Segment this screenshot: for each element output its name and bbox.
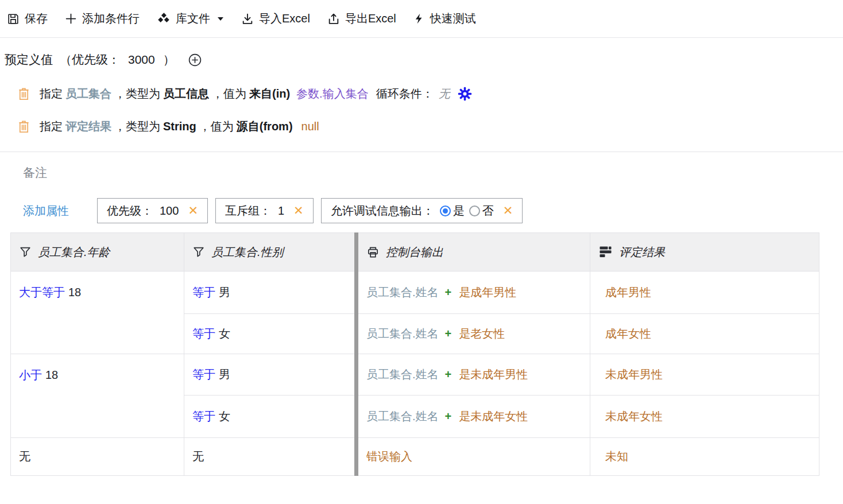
export-excel-label: 导出Excel xyxy=(345,11,396,26)
cell-age-ge-18[interactable]: 大于等于18 xyxy=(11,272,184,354)
condition-value[interactable]: 男 xyxy=(219,368,230,381)
debug-output-label: 允许调试信息输出： xyxy=(331,203,434,219)
loop-condition-label: 循环条件： xyxy=(376,86,434,102)
condition-operator[interactable]: 大于等于 xyxy=(19,286,65,298)
mutex-group-chip[interactable]: 互斥组： 1 ✕ xyxy=(215,198,314,223)
condition-value[interactable]: 18 xyxy=(68,286,81,298)
cell-age-lt-18[interactable]: 小于18 xyxy=(11,354,184,438)
cell-console-output[interactable]: 员工集合.姓名+是成年男性 xyxy=(357,272,590,314)
cell-gender-male[interactable]: 等于男 xyxy=(184,272,357,314)
library-file-button[interactable]: 库文件 xyxy=(157,11,224,26)
console-string[interactable]: 是成年男性 xyxy=(459,286,516,298)
result-value[interactable]: 未知 xyxy=(605,450,628,463)
condition-operator[interactable]: 小于 xyxy=(19,369,42,381)
cell-result[interactable]: 未知 xyxy=(590,438,819,476)
column-header-result[interactable]: 评定结果 xyxy=(590,233,819,272)
rule-type-label: ，类型为 xyxy=(114,86,160,102)
cell-result[interactable]: 成年女性 xyxy=(590,314,819,354)
condition-value[interactable]: 女 xyxy=(219,410,230,422)
column-header-age[interactable]: 员工集合.年龄 xyxy=(11,233,184,272)
priority-value[interactable]: 3000 xyxy=(128,53,155,67)
column-header-gender[interactable]: 员工集合.性别 xyxy=(184,233,357,272)
rule-value-ref[interactable]: 参数.输入集合 xyxy=(296,86,369,102)
result-value[interactable]: 成年女性 xyxy=(605,327,651,340)
table-row: 无 无 错误输入 未知 xyxy=(11,438,819,476)
cell-result[interactable]: 成年男性 xyxy=(590,272,819,314)
predefined-rule-row-1: 指定 员工集合 ，类型为 员工信息 ，值为 来自(in) 参数.输入集合 循环条… xyxy=(0,84,843,103)
cell-result[interactable]: 未成年女性 xyxy=(590,396,819,438)
debug-output-chip[interactable]: 允许调试信息输出： 是 否 ✕ xyxy=(321,198,523,223)
gear-icon[interactable] xyxy=(458,87,472,101)
plus-operator[interactable]: + xyxy=(445,410,452,422)
cell-console-output[interactable]: 错误输入 xyxy=(357,438,590,476)
console-string[interactable]: 是未成年男性 xyxy=(459,368,528,381)
remove-chip-icon[interactable]: ✕ xyxy=(293,204,304,218)
quick-test-button[interactable]: 快速测试 xyxy=(413,11,476,26)
cell-gender-male[interactable]: 等于男 xyxy=(184,354,357,396)
plus-operator[interactable]: + xyxy=(445,368,452,381)
condition-operator[interactable]: 等于 xyxy=(192,327,215,340)
cell-gender-none[interactable]: 无 xyxy=(184,438,357,476)
plus-operator[interactable]: + xyxy=(445,286,452,298)
rule-value-ref[interactable]: null xyxy=(301,120,319,133)
add-condition-row-button[interactable]: 添加条件行 xyxy=(65,11,140,26)
plus-icon xyxy=(65,13,77,25)
console-string[interactable]: 错误输入 xyxy=(366,450,412,463)
save-button[interactable]: 保存 xyxy=(7,11,48,26)
remark-label[interactable]: 备注 xyxy=(23,165,843,181)
console-variable[interactable]: 员工集合.姓名 xyxy=(366,327,439,340)
condition-value[interactable]: 女 xyxy=(219,327,230,340)
column-header-console[interactable]: 控制台输出 xyxy=(357,233,590,272)
condition-operator[interactable]: 等于 xyxy=(192,410,215,422)
cell-gender-female[interactable]: 等于女 xyxy=(184,314,357,354)
header-row: 员工集合.年龄 员工集合.性别 控制台输出 xyxy=(11,233,819,272)
delete-rule-icon[interactable] xyxy=(17,119,30,134)
add-predefined-value-icon[interactable] xyxy=(188,53,202,67)
rule-variable[interactable]: 员工集合 xyxy=(65,86,111,102)
printer-icon xyxy=(366,246,380,259)
cell-console-output[interactable]: 员工集合.姓名+是未成年男性 xyxy=(357,354,590,396)
filter-icon xyxy=(19,246,32,258)
radio-unselected-icon[interactable] xyxy=(469,206,480,216)
cell-result[interactable]: 未成年男性 xyxy=(590,354,819,396)
remove-chip-icon[interactable]: ✕ xyxy=(503,204,513,218)
console-string[interactable]: 是老女性 xyxy=(459,327,505,340)
remove-chip-icon[interactable]: ✕ xyxy=(188,204,198,218)
cell-gender-female[interactable]: 等于女 xyxy=(184,396,357,438)
add-attribute-link[interactable]: 添加属性 xyxy=(23,203,69,219)
import-excel-button[interactable]: 导入Excel xyxy=(241,11,310,26)
debug-option-no[interactable]: 否 xyxy=(482,203,494,219)
plus-operator[interactable]: + xyxy=(445,327,452,340)
result-value[interactable]: 未成年女性 xyxy=(605,410,663,422)
console-string[interactable]: 是未成年女性 xyxy=(459,410,528,422)
lightning-icon xyxy=(413,12,425,25)
condition-value[interactable]: 18 xyxy=(45,369,58,381)
loop-condition-value[interactable]: 无 xyxy=(439,86,450,102)
cell-console-output[interactable]: 员工集合.姓名+是未成年女性 xyxy=(357,396,590,438)
console-variable[interactable]: 员工集合.姓名 xyxy=(366,286,439,298)
rule-value-op[interactable]: 源自(from) xyxy=(237,119,293,134)
cubes-icon xyxy=(157,12,171,25)
priority-chip[interactable]: 优先级： 100 ✕ xyxy=(97,198,208,223)
table-row: 小于18 等于男 员工集合.姓名+是未成年男性 未成年男性 xyxy=(11,354,819,396)
condition-operator[interactable]: 等于 xyxy=(192,368,215,381)
cell-age-none[interactable]: 无 xyxy=(11,438,184,476)
radio-selected-icon[interactable] xyxy=(440,206,451,216)
debug-option-yes[interactable]: 是 xyxy=(453,203,465,219)
mutex-group-value[interactable]: 1 xyxy=(278,204,284,218)
rule-value-label: ，值为 xyxy=(212,86,246,102)
console-variable[interactable]: 员工集合.姓名 xyxy=(366,368,439,381)
condition-value[interactable]: 无 xyxy=(192,450,204,463)
condition-operator[interactable]: 等于 xyxy=(192,286,215,298)
delete-rule-icon[interactable] xyxy=(17,86,30,101)
condition-value[interactable]: 无 xyxy=(19,450,30,463)
console-variable[interactable]: 员工集合.姓名 xyxy=(366,410,439,422)
export-excel-button[interactable]: 导出Excel xyxy=(327,11,396,26)
priority-chip-value[interactable]: 100 xyxy=(160,204,179,218)
cell-console-output[interactable]: 员工集合.姓名+是老女性 xyxy=(357,314,590,354)
result-value[interactable]: 未成年男性 xyxy=(605,368,663,381)
rule-variable[interactable]: 评定结果 xyxy=(65,119,111,134)
rule-value-op[interactable]: 来自(in) xyxy=(249,86,290,102)
result-value[interactable]: 成年男性 xyxy=(605,286,651,298)
condition-value[interactable]: 男 xyxy=(219,286,230,298)
